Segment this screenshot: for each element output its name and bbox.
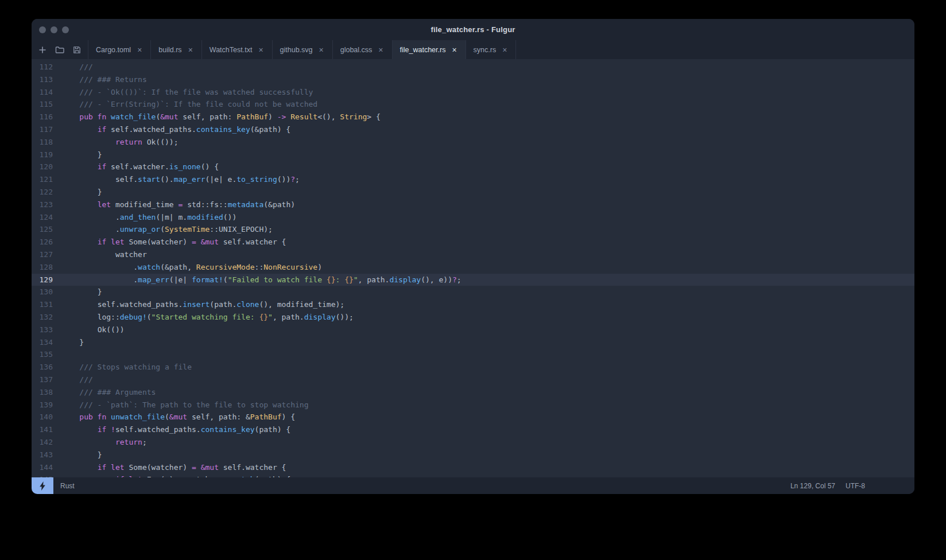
code-line-141[interactable]: 141 if !self.watched_paths.contains_key(… <box>32 423 914 436</box>
code-line-130[interactable]: 130 } <box>32 286 914 298</box>
code-line-123[interactable]: 123 let modified_time = std::fs::metadat… <box>32 199 914 211</box>
token: /// Stops watching a file <box>79 363 192 371</box>
code-line-129[interactable]: 129 .map_err(|e| format!("Failed to watc… <box>32 274 914 286</box>
token: ( <box>160 225 165 234</box>
line-number: 130 <box>32 286 53 298</box>
code-line-145[interactable]: 145 if let Err(e) = watcher.unwatch(path… <box>32 473 914 477</box>
code-line-115[interactable]: 115 /// - `Err(String)`: If the file cou… <box>32 98 914 111</box>
token: modified <box>187 213 223 221</box>
close-window-button[interactable] <box>39 26 46 33</box>
tab-build-rs[interactable]: build.rs× <box>151 40 201 59</box>
token: RecursiveMode <box>196 263 255 271</box>
new-tab-button[interactable] <box>35 43 50 57</box>
tab-close-icon[interactable]: × <box>257 45 264 55</box>
token: return <box>115 138 142 146</box>
token: /// - `Ok(())`: If the file was watched … <box>79 88 313 96</box>
token: self. <box>115 175 138 184</box>
tab-close-icon[interactable]: × <box>318 45 325 55</box>
token: modified_time <box>111 200 178 209</box>
code-line-144[interactable]: 144 if let Some(watcher) = &mut self.wat… <box>32 461 914 474</box>
minimize-window-button[interactable] <box>51 26 57 33</box>
code-line-125[interactable]: 125 .unwrap_or(SystemTime::UNIX_EPOCH); <box>32 223 914 236</box>
token: Ok(()) <box>98 325 125 334</box>
tab-close-icon[interactable]: × <box>187 45 194 55</box>
token: Result <box>290 112 317 121</box>
tab-close-icon[interactable]: × <box>136 45 143 55</box>
code-text: } <box>53 286 102 298</box>
code-line-131[interactable]: 131 self.watched_paths.insert(path.clone… <box>32 298 914 311</box>
code-line-132[interactable]: 132 log::debug!("Started watching file: … <box>32 311 914 324</box>
token: self, path: <box>179 112 237 121</box>
code-line-113[interactable]: 113 /// ### Returns <box>32 73 914 86</box>
tab-sync-rs[interactable]: sync.rs× <box>466 40 517 59</box>
code-line-117[interactable]: 117 if self.watched_paths.contains_key(&… <box>32 123 914 136</box>
code-text: pub fn watch_file(&mut self, path: PathB… <box>53 111 381 123</box>
lightning-icon <box>39 481 46 491</box>
cursor-position[interactable]: Ln 129, Col 57 <box>790 482 835 490</box>
line-number: 139 <box>32 399 53 411</box>
tab-close-icon[interactable]: × <box>451 45 458 55</box>
code-line-126[interactable]: 126 if let Some(watcher) = &mut self.wat… <box>32 236 914 248</box>
token: /// ### Arguments <box>79 388 156 396</box>
tab-cargo-toml[interactable]: Cargo.toml× <box>88 40 151 59</box>
code-line-136[interactable]: 136 /// Stops watching a file <box>32 361 914 374</box>
open-file-button[interactable] <box>52 43 67 57</box>
app-status-button[interactable] <box>32 477 53 494</box>
token: (), modified_time); <box>259 300 344 309</box>
line-number: 126 <box>32 236 53 248</box>
tab-file-watcher-rs[interactable]: file_watcher.rs× <box>393 40 466 59</box>
code-line-122[interactable]: 122 } <box>32 186 914 199</box>
zoom-window-button[interactable] <box>62 26 69 33</box>
tab-close-icon[interactable]: × <box>501 45 508 55</box>
token: () { <box>201 162 219 171</box>
token: return <box>115 438 142 446</box>
token: self.watched_paths. <box>115 425 201 434</box>
tab-global-css[interactable]: global.css× <box>333 40 393 59</box>
token: ; <box>142 438 147 446</box>
tab-close-icon[interactable]: × <box>377 45 384 55</box>
line-number: 134 <box>32 336 53 349</box>
code-text: } <box>53 149 102 161</box>
tab-watchtest-txt[interactable]: WatchTest.txt× <box>202 40 273 59</box>
code-line-142[interactable]: 142 return; <box>32 436 914 449</box>
language-indicator[interactable]: Rust <box>60 482 75 490</box>
code-line-116[interactable]: 116 pub fn watch_file(&mut self, path: P… <box>32 111 914 123</box>
save-file-button[interactable] <box>69 43 84 57</box>
line-number: 120 <box>32 161 53 173</box>
token: } <box>98 188 102 196</box>
code-line-114[interactable]: 114 /// - `Ok(())`: If the file was watc… <box>32 86 914 99</box>
token: } <box>98 150 102 159</box>
code-line-133[interactable]: 133 Ok(()) <box>32 324 914 336</box>
line-number: 138 <box>32 386 53 399</box>
code-line-128[interactable]: 128 .watch(&path, RecursiveMode::NonRecu… <box>32 261 914 274</box>
code-line-137[interactable]: 137 /// <box>32 374 914 386</box>
encoding-indicator[interactable]: UTF-8 <box>846 482 865 490</box>
token: <(), <box>317 112 340 121</box>
code-line-135[interactable]: 135 <box>32 348 914 361</box>
code-line-112[interactable]: 112 /// <box>32 61 914 73</box>
code-line-118[interactable]: 118 return Ok(()); <box>32 136 914 149</box>
code-line-120[interactable]: 120 if self.watcher.is_none() { <box>32 161 914 173</box>
code-line-134[interactable]: 134 } <box>32 336 914 349</box>
token: ) <box>317 263 322 271</box>
token: (&path) <box>263 200 295 209</box>
code-line-124[interactable]: 124 .and_then(|m| m.modified()) <box>32 211 914 224</box>
tab-github-svg[interactable]: github.svg× <box>273 40 333 59</box>
token: self.watcher { <box>219 238 286 246</box>
token: . <box>115 213 120 221</box>
code-line-140[interactable]: 140 pub fn unwatch_file(&mut self, path:… <box>32 411 914 423</box>
token: /// ### Returns <box>79 75 146 84</box>
token: self.watched_paths. <box>106 125 196 134</box>
code-line-138[interactable]: 138 /// ### Arguments <box>32 386 914 399</box>
code-editor[interactable]: 112 ///113 /// ### Returns114 /// - `Ok(… <box>32 59 914 477</box>
code-line-121[interactable]: 121 self.start().map_err(|e| e.to_string… <box>32 173 914 186</box>
code-line-139[interactable]: 139 /// - `path`: The path to the file t… <box>32 399 914 411</box>
code-line-127[interactable]: 127 watcher <box>32 248 914 261</box>
token: debug! <box>120 313 147 321</box>
code-text: } <box>53 336 84 349</box>
code-line-143[interactable]: 143 } <box>32 449 914 461</box>
code-text: if self.watched_paths.contains_key(&path… <box>53 123 290 136</box>
token: , path. <box>358 275 390 284</box>
code-line-119[interactable]: 119 } <box>32 149 914 161</box>
code-text: .and_then(|m| m.modified()) <box>53 211 236 224</box>
